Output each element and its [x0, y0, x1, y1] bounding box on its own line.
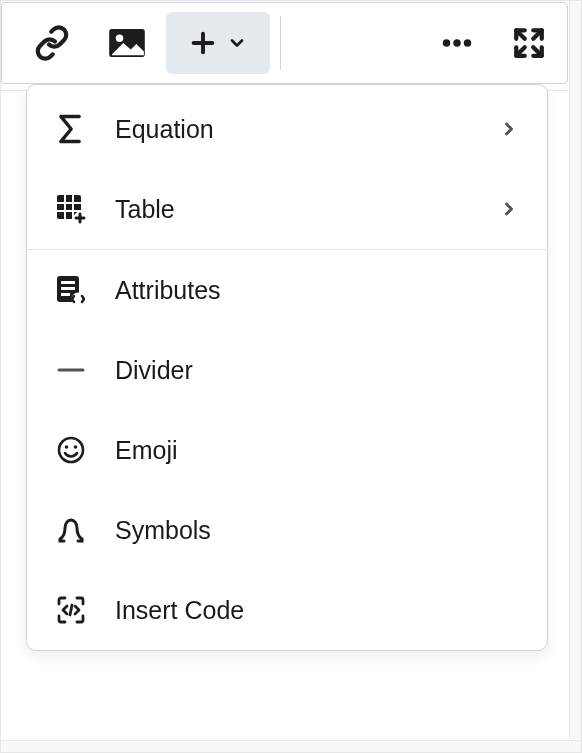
table-plus-icon	[55, 193, 99, 225]
svg-point-4	[443, 39, 451, 47]
dropdown-item-label: Emoji	[99, 436, 521, 465]
svg-rect-21	[61, 287, 75, 290]
svg-point-1	[116, 35, 124, 43]
dropdown-item-label: Divider	[99, 356, 521, 385]
scrollbar-horizontal[interactable]	[1, 740, 581, 752]
link-icon	[34, 25, 70, 61]
attributes-icon	[55, 274, 99, 306]
omega-icon	[55, 514, 99, 546]
fullscreen-icon	[512, 26, 546, 60]
more-icon	[439, 25, 475, 61]
toolbar-fullscreen-button[interactable]	[493, 12, 565, 74]
dropdown-item-attributes[interactable]: Attributes	[27, 250, 547, 330]
svg-point-6	[464, 39, 472, 47]
dropdown-item-label: Insert Code	[99, 596, 521, 625]
dropdown-item-label: Attributes	[99, 276, 521, 305]
dropdown-item-label: Table	[99, 195, 497, 224]
toolbar-insert-button[interactable]	[166, 12, 270, 74]
svg-rect-22	[61, 293, 70, 296]
emoji-icon	[55, 434, 99, 466]
plus-icon	[189, 29, 217, 57]
dropdown-item-emoji[interactable]: Emoji	[27, 410, 547, 490]
image-icon	[108, 28, 146, 58]
toolbar-link-button[interactable]	[16, 12, 88, 74]
svg-point-26	[65, 445, 69, 449]
scrollbar-vertical[interactable]	[569, 1, 581, 739]
svg-point-25	[59, 438, 83, 462]
svg-point-23	[72, 293, 85, 306]
svg-point-27	[74, 445, 78, 449]
toolbar-row	[2, 10, 567, 76]
svg-point-5	[453, 39, 461, 47]
divider-icon	[55, 354, 99, 386]
dropdown-item-label: Equation	[99, 115, 497, 144]
code-brackets-icon	[55, 594, 99, 626]
toolbar-separator	[280, 16, 281, 70]
insert-dropdown: Equation Table	[26, 84, 548, 651]
sigma-icon	[55, 113, 99, 145]
editor-toolbar	[1, 2, 568, 84]
dropdown-item-symbols[interactable]: Symbols	[27, 490, 547, 570]
dropdown-item-insert-code[interactable]: Insert Code	[27, 570, 547, 650]
toolbar-more-button[interactable]	[421, 12, 493, 74]
dropdown-item-equation[interactable]: Equation	[27, 85, 547, 169]
dropdown-item-table[interactable]: Table	[27, 169, 547, 249]
chevron-down-icon	[227, 33, 247, 53]
toolbar-image-button[interactable]	[88, 12, 166, 74]
dropdown-item-divider[interactable]: Divider	[27, 330, 547, 410]
chevron-right-icon	[497, 119, 521, 139]
dropdown-item-label: Symbols	[99, 516, 521, 545]
chevron-right-icon	[497, 199, 521, 219]
svg-line-28	[70, 605, 72, 615]
svg-rect-20	[61, 281, 75, 284]
